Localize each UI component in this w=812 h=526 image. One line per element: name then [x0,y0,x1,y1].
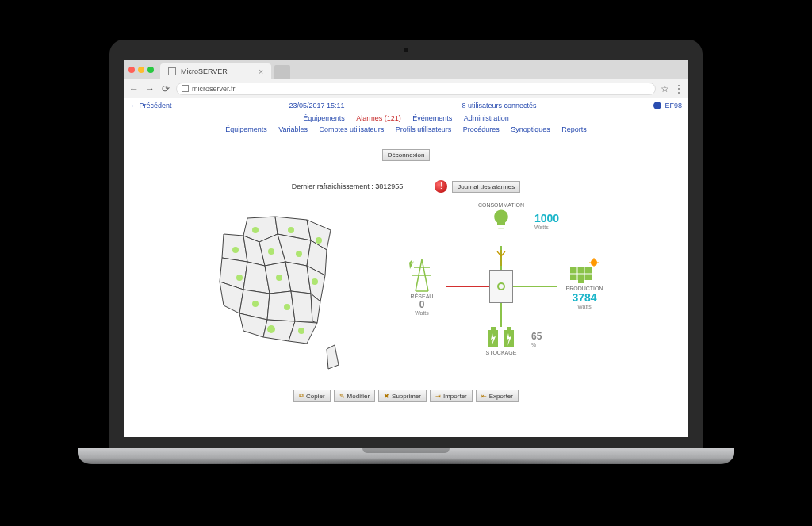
site-info-icon[interactable] [182,85,189,92]
laptop-shadow [160,458,652,482]
consommation-label: CONSOMMATION [469,202,533,208]
svg-rect-22 [578,280,584,283]
pylon-icon [408,258,436,293]
primary-nav: Équipements Alarmes (121) Événements Adm… [124,113,688,124]
energy-diagram: CONSOMMATION 1000 Watts [390,202,612,369]
production-label: PRODUCTION [557,286,612,291]
edit-icon: ✎ [339,393,345,400]
svg-rect-26 [507,327,511,330]
subnav-procedures[interactable]: Procédures [463,125,500,133]
back-link[interactable]: ← Précédent [130,102,172,109]
svg-point-8 [312,278,318,285]
page-icon [168,67,176,75]
forward-button[interactable]: → [144,83,155,94]
edit-button[interactable]: ✎Modifier [334,390,375,402]
window-controls[interactable] [128,67,154,73]
new-tab-button[interactable] [274,65,290,79]
svg-point-4 [268,248,274,255]
subnav-synoptiques[interactable]: Synoptiques [511,125,550,133]
svg-point-11 [267,325,275,333]
browser-tab-strip: MicroSERVER × [124,60,688,79]
reload-button[interactable]: ⟳ [160,83,171,94]
production-value: 3784 [557,291,612,304]
subnav-reports[interactable]: Reports [561,125,587,133]
svg-point-6 [236,275,243,281]
tab-title: MicroSERVER [181,67,228,75]
copy-icon: ⧉ [299,392,304,400]
svg-point-10 [284,304,290,310]
alarm-icon [435,180,447,193]
svg-point-12 [298,328,304,334]
inverter-icon [489,270,513,303]
delete-button[interactable]: ✖Supprimer [378,390,427,402]
reseau-value: 0 [398,299,446,310]
solar-panel-icon [569,258,600,285]
username-label: EF98 [665,102,682,109]
svg-point-13 [591,259,597,266]
delete-icon: ✖ [384,393,389,400]
secondary-nav: Équipements Variables Comptes utilisateu… [124,124,688,135]
subnav-profils[interactable]: Profils utilisateurs [396,125,452,133]
user-menu[interactable]: EF98 [653,102,682,109]
export-icon: ⇤ [481,393,487,400]
laptop-camera [404,48,408,52]
browser-tab[interactable]: MicroSERVER × [160,63,271,79]
svg-point-1 [288,227,294,233]
subnav-comptes[interactable]: Comptes utilisateurs [320,125,385,133]
production-unit: Watts [557,304,612,309]
back-button[interactable]: ← [128,83,140,94]
consommation-unit: Watts [534,225,574,230]
reseau-label: RÉSEAU [398,294,446,299]
subnav-equipements[interactable]: Équipements [225,125,267,133]
nav-alarmes[interactable]: Alarmes (121) [356,114,401,122]
svg-point-5 [296,251,302,257]
wind-icon [496,250,507,266]
minimize-window-icon[interactable] [138,67,144,73]
nav-administration[interactable]: Administration [464,114,509,122]
disconnect-button[interactable]: Déconnexion [382,149,431,161]
svg-point-2 [316,237,322,244]
svg-point-0 [252,227,259,233]
url-text: microserver.fr [192,85,236,93]
line-stockage [500,303,502,327]
maximize-window-icon[interactable] [147,67,154,73]
browser-menu-icon[interactable]: ⋮ [674,83,684,94]
svg-rect-24 [491,327,496,330]
close-tab-icon[interactable]: × [259,67,263,76]
battery-icon [485,325,517,349]
france-map[interactable] [200,202,358,377]
export-button[interactable]: ⇤Exporter [476,390,519,402]
svg-point-3 [232,247,239,253]
svg-point-7 [276,275,282,281]
stockage-unit: % [531,342,563,347]
browser-toolbar: ← → ⟳ microserver.fr ☆ ⋮ [124,79,688,98]
users-connected-label: 8 utilisateurs connectés [462,102,536,109]
last-refresh-label: Dernier rafraichissement : 3812955 [292,182,404,190]
subnav-variables[interactable]: Variables [278,125,308,133]
nav-evenements[interactable]: Événements [412,114,452,122]
datetime-label: 23/05/2017 15:11 [289,102,344,109]
bookmark-icon[interactable]: ☆ [661,83,669,94]
action-toolbar: ⧉Copier ✎Modifier ✖Supprimer ⇥Importer ⇤… [124,390,688,402]
reseau-unit: Watts [398,310,446,316]
line-reseau [446,286,489,287]
import-icon: ⇥ [435,393,441,400]
nav-equipements[interactable]: Équipements [303,114,345,122]
import-button[interactable]: ⇥Importer [430,390,473,402]
copy-button[interactable]: ⧉Copier [293,390,331,402]
line-production [513,286,557,287]
consommation-value: 1000 [534,212,574,225]
stockage-value: 65 [531,331,563,342]
avatar-icon [653,102,661,109]
lightbulb-icon [489,208,513,232]
alarm-log-button[interactable]: Journal des alarmes [452,181,520,193]
svg-point-9 [252,301,259,307]
page-content: ← Précédent 23/05/2017 15:11 8 utilisate… [124,98,688,437]
stockage-label: STOCKAGE [473,350,529,355]
close-window-icon[interactable] [128,67,135,73]
url-input[interactable]: microserver.fr [176,83,656,95]
